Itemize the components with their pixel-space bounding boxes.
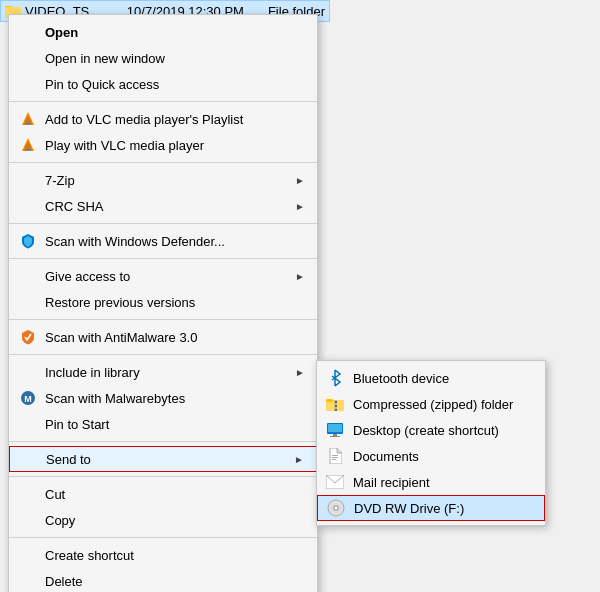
separator-2 — [9, 162, 317, 163]
menu-item-pin-start[interactable]: Pin to Start — [9, 411, 317, 437]
menu-item-copy[interactable]: Copy — [9, 507, 317, 533]
defender-icon — [19, 232, 37, 250]
dvd-icon — [326, 498, 346, 518]
svg-rect-22 — [332, 457, 338, 458]
menu-label-create-shortcut: Create shortcut — [45, 548, 134, 563]
malwarebytes-icon: M — [19, 389, 37, 407]
separator-6 — [9, 354, 317, 355]
menu-item-create-shortcut[interactable]: Create shortcut — [9, 542, 317, 568]
svg-rect-18 — [328, 424, 342, 432]
submenu-label-bluetooth: Bluetooth device — [353, 371, 449, 386]
zip-icon — [325, 394, 345, 414]
desktop-icon — [325, 420, 345, 440]
menu-item-7zip[interactable]: 7-Zip ► — [9, 167, 317, 193]
menu-item-play-vlc[interactable]: Play with VLC media player — [9, 132, 317, 158]
bluetooth-icon — [325, 368, 345, 388]
documents-icon — [325, 446, 345, 466]
submenu-label-desktop: Desktop (create shortcut) — [353, 423, 499, 438]
menu-label-crc-sha: CRC SHA — [45, 199, 104, 214]
menu-label-copy: Copy — [45, 513, 75, 528]
submenu-item-dvd[interactable]: DVD RW Drive (F:) — [317, 495, 545, 521]
svg-rect-21 — [332, 455, 338, 456]
menu-label-delete: Delete — [45, 574, 83, 589]
separator-7 — [9, 441, 317, 442]
arrow-give-access: ► — [295, 271, 305, 282]
submenu-item-compressed[interactable]: Compressed (zipped) folder — [317, 391, 545, 417]
submenu-item-documents[interactable]: Documents — [317, 443, 545, 469]
arrow-crc-sha: ► — [295, 201, 305, 212]
arrow-include-library: ► — [295, 367, 305, 378]
svg-rect-23 — [332, 459, 336, 460]
menu-label-7zip: 7-Zip — [45, 173, 75, 188]
menu-label-open: Open — [45, 25, 78, 40]
menu-label-cut: Cut — [45, 487, 65, 502]
separator-3 — [9, 223, 317, 224]
menu-label-send-to: Send to — [46, 452, 91, 467]
menu-label-defender: Scan with Windows Defender... — [45, 234, 225, 249]
svg-point-27 — [335, 507, 338, 510]
menu-label-open-new-window: Open in new window — [45, 51, 165, 66]
arrow-7zip: ► — [295, 175, 305, 186]
svg-rect-12 — [326, 399, 333, 402]
vlc-icon-1 — [19, 110, 37, 128]
submenu-item-mail[interactable]: Mail recipient — [317, 469, 545, 495]
menu-item-add-vlc-playlist[interactable]: Add to VLC media player's Playlist — [9, 106, 317, 132]
menu-item-antimalware[interactable]: Scan with AntiMalware 3.0 — [9, 324, 317, 350]
menu-item-open[interactable]: Open — [9, 19, 317, 45]
menu-item-give-access[interactable]: Give access to ► — [9, 263, 317, 289]
menu-item-include-library[interactable]: Include in library ► — [9, 359, 317, 385]
menu-item-malwarebytes[interactable]: M Scan with Malwarebytes — [9, 385, 317, 411]
menu-label-pin-start: Pin to Start — [45, 417, 109, 432]
svg-rect-19 — [333, 434, 337, 436]
send-to-submenu: Bluetooth device Compressed (zipped) fol… — [316, 360, 546, 526]
menu-label-restore-versions: Restore previous versions — [45, 295, 195, 310]
arrow-send-to: ► — [294, 454, 304, 465]
vlc-icon-2 — [19, 136, 37, 154]
menu-label-pin-quick-access: Pin to Quick access — [45, 77, 159, 92]
separator-5 — [9, 319, 317, 320]
menu-item-cut[interactable]: Cut — [9, 481, 317, 507]
submenu-label-dvd: DVD RW Drive (F:) — [354, 501, 464, 516]
menu-item-open-new-window[interactable]: Open in new window — [9, 45, 317, 71]
menu-label-give-access: Give access to — [45, 269, 130, 284]
submenu-label-compressed: Compressed (zipped) folder — [353, 397, 513, 412]
menu-item-crc-sha[interactable]: CRC SHA ► — [9, 193, 317, 219]
menu-item-send-to[interactable]: Send to ► — [9, 446, 317, 472]
antimalware-icon — [19, 328, 37, 346]
menu-label-antimalware: Scan with AntiMalware 3.0 — [45, 330, 197, 345]
menu-item-delete[interactable]: Delete — [9, 568, 317, 592]
separator-4 — [9, 258, 317, 259]
separator-1 — [9, 101, 317, 102]
menu-label-malwarebytes: Scan with Malwarebytes — [45, 391, 185, 406]
menu-label-add-vlc-playlist: Add to VLC media player's Playlist — [45, 112, 243, 127]
menu-item-pin-quick-access[interactable]: Pin to Quick access — [9, 71, 317, 97]
svg-rect-15 — [335, 405, 337, 407]
menu-item-restore-versions[interactable]: Restore previous versions — [9, 289, 317, 315]
submenu-item-desktop[interactable]: Desktop (create shortcut) — [317, 417, 545, 443]
menu-item-defender[interactable]: Scan with Windows Defender... — [9, 228, 317, 254]
svg-rect-16 — [335, 409, 337, 411]
svg-rect-20 — [330, 436, 340, 437]
menu-label-include-library: Include in library — [45, 365, 140, 380]
submenu-item-bluetooth[interactable]: Bluetooth device — [317, 365, 545, 391]
submenu-label-mail: Mail recipient — [353, 475, 430, 490]
svg-rect-14 — [335, 401, 337, 403]
separator-9 — [9, 537, 317, 538]
separator-8 — [9, 476, 317, 477]
submenu-label-documents: Documents — [353, 449, 419, 464]
context-menu: Open Open in new window Pin to Quick acc… — [8, 14, 318, 592]
svg-text:M: M — [24, 394, 32, 404]
mail-icon — [325, 472, 345, 492]
menu-label-play-vlc: Play with VLC media player — [45, 138, 204, 153]
